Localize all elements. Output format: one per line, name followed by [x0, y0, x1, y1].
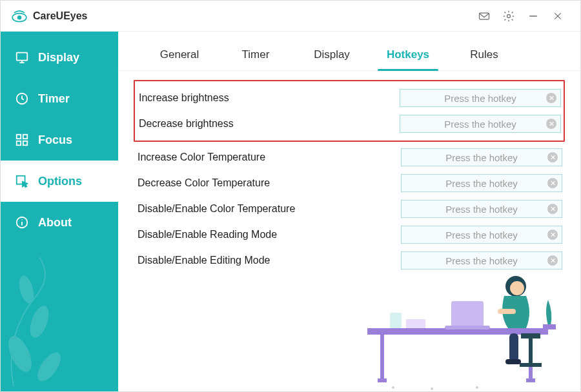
- svg-point-41: [392, 386, 394, 389]
- hotkey-input[interactable]: Press the hotkey ✕: [400, 89, 561, 107]
- clear-hotkey-icon[interactable]: ✕: [547, 178, 558, 188]
- hotkey-input[interactable]: Press the hotkey ✕: [401, 200, 562, 218]
- svg-rect-37: [529, 338, 533, 364]
- svg-rect-23: [367, 328, 548, 335]
- hotkey-row: Decrease Color Temperature Press the hot…: [134, 170, 565, 196]
- leaf-decoration: [1, 251, 118, 392]
- svg-point-33: [505, 276, 526, 297]
- tab-rules[interactable]: Rules: [446, 43, 522, 70]
- sidebar-item-timer[interactable]: Timer: [1, 78, 118, 119]
- sidebar-item-label: About: [38, 216, 72, 230]
- svg-point-34: [510, 281, 524, 295]
- tab-general[interactable]: General: [141, 43, 218, 70]
- tab-hotkeys[interactable]: Hotkeys: [370, 43, 446, 70]
- hotkey-label: Decrease Color Temperature: [136, 177, 401, 189]
- svg-rect-39: [509, 333, 518, 362]
- svg-rect-27: [526, 378, 535, 382]
- hotkey-row: Increase Color Temperature Press the hot…: [134, 144, 565, 170]
- mail-icon: [478, 10, 491, 23]
- svg-point-43: [476, 386, 478, 389]
- clear-hotkey-icon[interactable]: ✕: [546, 119, 556, 129]
- svg-point-42: [431, 387, 433, 390]
- hotkey-placeholder: Press the hotkey: [445, 204, 518, 215]
- minimize-icon: [527, 10, 540, 23]
- svg-point-18: [21, 219, 22, 220]
- sidebar: Display Timer Focus Options About: [1, 32, 118, 392]
- svg-point-19: [4, 333, 37, 375]
- hotkey-placeholder: Press the hotkey: [445, 230, 518, 240]
- hotkey-placeholder: Press the hotkey: [445, 255, 518, 266]
- hotkey-label: Disable/Enable Reading Mode: [136, 229, 401, 240]
- svg-rect-30: [390, 313, 402, 328]
- mail-button[interactable]: [472, 6, 496, 26]
- tab-label: Rules: [470, 48, 498, 61]
- svg-rect-32: [543, 324, 556, 329]
- highlighted-hotkeys: Increase brightness Press the hotkey ✕ D…: [134, 80, 565, 142]
- sidebar-item-label: Display: [38, 51, 79, 64]
- sidebar-item-options[interactable]: Options: [1, 161, 118, 202]
- svg-rect-2: [480, 13, 489, 19]
- svg-rect-28: [451, 301, 484, 327]
- hotkey-placeholder: Press the hotkey: [445, 152, 518, 163]
- tab-timer[interactable]: Timer: [218, 43, 294, 70]
- hotkey-placeholder: Press the hotkey: [445, 178, 518, 189]
- tabs: General Timer Display Hotkeys Rules: [118, 32, 580, 71]
- hotkey-list: Increase brightness Press the hotkey ✕ D…: [118, 71, 580, 273]
- svg-point-1: [17, 15, 22, 19]
- tab-label: Hotkeys: [387, 48, 429, 61]
- clear-hotkey-icon[interactable]: ✕: [547, 152, 558, 162]
- tab-display[interactable]: Display: [294, 43, 370, 70]
- hotkey-input[interactable]: Press the hotkey ✕: [400, 115, 561, 133]
- hotkey-row: Decrease brightness Press the hotkey ✕: [135, 111, 564, 137]
- cursor-box-icon: [15, 174, 29, 188]
- hotkey-placeholder: Press the hotkey: [444, 119, 516, 130]
- svg-rect-13: [17, 141, 21, 145]
- svg-rect-29: [445, 326, 490, 329]
- hotkey-label: Decrease brightness: [138, 118, 400, 130]
- hotkey-label: Disable/Enable Editing Mode: [136, 255, 401, 266]
- clear-hotkey-icon[interactable]: ✕: [547, 230, 558, 240]
- hotkey-input[interactable]: Press the hotkey ✕: [401, 174, 562, 192]
- sidebar-item-display[interactable]: Display: [1, 37, 118, 78]
- svg-rect-40: [505, 359, 521, 364]
- svg-rect-38: [520, 363, 542, 367]
- hotkey-row: Increase brightness Press the hotkey ✕: [135, 85, 564, 111]
- grid-icon: [15, 133, 29, 147]
- titlebar: CareUEyes: [1, 1, 580, 32]
- hotkey-input[interactable]: Press the hotkey ✕: [401, 226, 562, 244]
- sidebar-item-about[interactable]: About: [1, 202, 118, 243]
- svg-rect-7: [17, 53, 28, 61]
- svg-rect-31: [406, 319, 425, 328]
- svg-rect-12: [23, 135, 27, 139]
- clear-hotkey-icon[interactable]: ✕: [547, 204, 558, 214]
- svg-rect-36: [521, 333, 540, 338]
- svg-point-3: [507, 14, 511, 17]
- settings-button[interactable]: [496, 6, 521, 26]
- minimize-button[interactable]: [521, 6, 545, 26]
- clear-hotkey-icon[interactable]: ✕: [546, 93, 556, 103]
- tab-label: Display: [314, 48, 350, 61]
- monitor-icon: [15, 50, 29, 64]
- hotkey-input[interactable]: Press the hotkey ✕: [401, 148, 562, 166]
- info-icon: [15, 215, 29, 230]
- svg-point-20: [26, 303, 52, 340]
- svg-rect-25: [529, 335, 533, 380]
- tab-label: General: [160, 48, 199, 61]
- eye-logo-icon: [11, 8, 28, 24]
- hotkey-row: Disable/Enable Color Temperature Press t…: [134, 196, 565, 222]
- svg-rect-26: [378, 378, 387, 382]
- app-logo: CareUEyes: [11, 8, 88, 24]
- svg-point-22: [33, 349, 65, 385]
- hotkey-input[interactable]: Press the hotkey ✕: [401, 251, 562, 270]
- svg-rect-11: [17, 135, 21, 139]
- gear-icon: [502, 10, 515, 23]
- clear-hotkey-icon[interactable]: ✕: [547, 255, 558, 266]
- hotkey-label: Disable/Enable Color Temperature: [136, 203, 401, 215]
- sidebar-item-label: Timer: [38, 92, 70, 106]
- close-button[interactable]: [545, 6, 570, 26]
- hotkey-row: Disable/Enable Editing Mode Press the ho…: [134, 248, 565, 273]
- svg-rect-24: [380, 335, 384, 380]
- sidebar-item-focus[interactable]: Focus: [1, 119, 118, 161]
- hotkey-placeholder: Press the hotkey: [444, 93, 516, 104]
- hotkey-row: Disable/Enable Reading Mode Press the ho…: [134, 222, 565, 248]
